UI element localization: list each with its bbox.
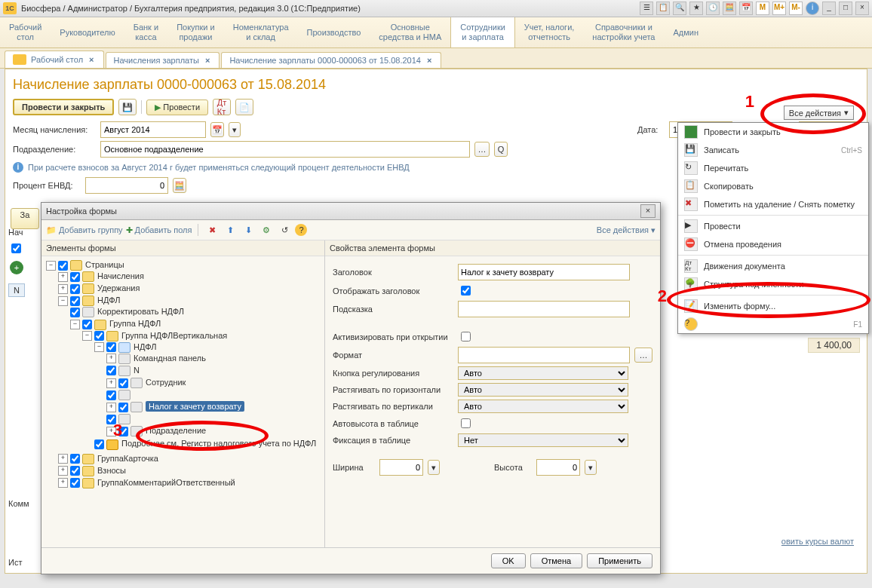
toggle-icon[interactable]: + bbox=[106, 378, 116, 388]
tree-item[interactable]: Группа НДФЛВертикальная bbox=[121, 331, 227, 340]
ok-button[interactable]: OK bbox=[491, 553, 526, 568]
menu-admin[interactable]: Админ bbox=[664, 17, 708, 47]
tb-icon[interactable]: 🧮 bbox=[723, 2, 736, 15]
menu-save[interactable]: 💾ЗаписатьCtrl+S bbox=[678, 141, 868, 159]
tab-close-icon[interactable]: × bbox=[204, 56, 211, 65]
menu-sales[interactable]: Покупки ипродажи bbox=[167, 17, 224, 47]
tree-checkbox[interactable] bbox=[106, 342, 116, 352]
props-icon[interactable]: ⚙ bbox=[259, 222, 274, 237]
tree-item[interactable]: Подразделение bbox=[146, 426, 206, 435]
tree-checkbox[interactable] bbox=[70, 284, 80, 294]
menu-employees[interactable]: Сотрудникии зарплата bbox=[450, 17, 515, 47]
tree-item[interactable]: НДФЛ bbox=[134, 342, 156, 351]
menu-structure[interactable]: 🌳Структура подчиненности bbox=[678, 275, 868, 293]
post-and-close-button[interactable]: Провести и закрыть bbox=[13, 99, 114, 115]
menu-post-close[interactable]: Провести и закрыть bbox=[678, 123, 868, 141]
tree-checkbox[interactable] bbox=[70, 454, 80, 464]
tab-desktop[interactable]: Рабочий стол× bbox=[5, 51, 104, 68]
prop-spin-select[interactable]: Авто bbox=[458, 366, 628, 380]
close-button[interactable]: × bbox=[855, 2, 869, 15]
toggle-icon[interactable]: + bbox=[58, 466, 68, 476]
toggle-icon[interactable]: − bbox=[46, 261, 56, 271]
settings-all-actions[interactable]: Все действия ▾ bbox=[597, 225, 656, 235]
menu-mark-delete[interactable]: ✖Пометить на удаление / Снять пометку bbox=[678, 195, 868, 213]
tree-checkbox[interactable] bbox=[118, 403, 128, 412]
tree-item[interactable]: Начисления bbox=[97, 271, 144, 280]
tree-item[interactable]: Группа НДФЛ bbox=[109, 319, 161, 328]
form-elements-tree[interactable]: −Страницы +Начисления +Удержания −НДФЛ К… bbox=[41, 256, 324, 547]
menu-post[interactable]: ▶Провести bbox=[678, 217, 868, 235]
all-actions-button[interactable]: Все действия ▾ bbox=[784, 106, 854, 120]
tree-checkbox[interactable] bbox=[118, 378, 128, 388]
maximize-button[interactable]: □ bbox=[839, 2, 852, 15]
tree-item[interactable]: Взносы bbox=[97, 466, 126, 475]
prop-width-input[interactable] bbox=[379, 459, 423, 476]
menu-settings[interactable]: Справочники инастройки учета bbox=[583, 17, 664, 47]
prop-stretch-h-select[interactable]: Авто bbox=[458, 383, 628, 397]
tree-checkbox[interactable] bbox=[82, 320, 92, 329]
tb-icon[interactable]: 🔍 bbox=[673, 2, 686, 15]
menu-bank[interactable]: Банк икасса bbox=[124, 17, 167, 47]
tree-checkbox[interactable] bbox=[94, 331, 104, 341]
tree-item[interactable]: Удержания bbox=[97, 283, 140, 292]
post-button[interactable]: ▶ Провести bbox=[146, 100, 208, 115]
tree-checkbox[interactable] bbox=[70, 272, 80, 282]
menu-reread[interactable]: ↻Перечитать bbox=[678, 159, 868, 177]
tree-item-selected[interactable]: Налог к зачету возврату bbox=[146, 401, 244, 412]
toggle-icon[interactable]: − bbox=[58, 296, 68, 306]
menu-unpost[interactable]: ⛔Отмена проведения bbox=[678, 235, 868, 253]
tab-close-icon[interactable]: × bbox=[425, 56, 433, 65]
cancel-button[interactable]: Отмена bbox=[530, 553, 582, 568]
prop-fix-select[interactable]: Нет bbox=[458, 433, 628, 447]
tree-checkbox[interactable] bbox=[70, 478, 80, 488]
save-icon[interactable]: 💾 bbox=[118, 99, 137, 115]
delete-icon[interactable]: ✖ bbox=[204, 222, 220, 237]
format-select-icon[interactable]: … bbox=[634, 348, 652, 363]
tree-checkbox[interactable] bbox=[70, 466, 80, 476]
prop-show-checkbox[interactable] bbox=[461, 286, 471, 296]
tab-close-icon[interactable]: × bbox=[88, 55, 95, 64]
toggle-icon[interactable]: − bbox=[82, 331, 92, 341]
tree-item[interactable]: Командная панель bbox=[134, 354, 206, 363]
menu-change-form[interactable]: 📝Изменить форму... bbox=[678, 297, 868, 315]
month-input[interactable] bbox=[100, 121, 206, 138]
spinner-icon[interactable]: ▾ bbox=[428, 460, 440, 475]
move-up-icon[interactable]: ⬆ bbox=[223, 222, 238, 237]
checkbox-item[interactable] bbox=[8, 241, 23, 256]
menu-manager[interactable]: Руководителю bbox=[51, 17, 124, 47]
help-icon[interactable]: i bbox=[806, 2, 819, 15]
tree-item[interactable]: НДФЛ bbox=[97, 296, 120, 305]
prop-header-input[interactable] bbox=[458, 264, 630, 280]
tree-item[interactable]: Страницы bbox=[85, 260, 124, 269]
tree-checkbox[interactable] bbox=[70, 296, 80, 306]
tree-item[interactable]: ГруппаКомментарийОтветственный bbox=[97, 478, 235, 487]
settings-close-icon[interactable]: × bbox=[640, 204, 656, 218]
tree-item[interactable]: ГруппаКарточка bbox=[97, 454, 158, 463]
tree-item[interactable]: Корректировать НДФЛ bbox=[97, 307, 184, 316]
tree-checkbox[interactable] bbox=[70, 308, 80, 317]
menu-help[interactable]: ?F1 bbox=[678, 315, 868, 333]
tree-checkbox[interactable] bbox=[58, 261, 68, 271]
zap-button[interactable]: За bbox=[11, 208, 39, 229]
envd-input[interactable] bbox=[85, 177, 168, 194]
tree-checkbox[interactable] bbox=[106, 366, 116, 375]
reset-icon[interactable]: ↺ bbox=[277, 222, 292, 237]
toggle-icon[interactable]: + bbox=[58, 284, 68, 294]
tree-item[interactable]: Сотрудник bbox=[146, 378, 186, 387]
tab-payroll-doc[interactable]: Начисление зарплаты 0000-000063 от 15.08… bbox=[221, 52, 441, 68]
prop-height-input[interactable] bbox=[536, 459, 580, 476]
menu-nomenclature[interactable]: Номенклатураи склад bbox=[224, 17, 298, 47]
dept-select-icon[interactable]: … bbox=[474, 142, 490, 157]
tb-icon[interactable]: ☰ bbox=[640, 2, 653, 15]
calendar-icon[interactable]: 📅 bbox=[210, 122, 224, 137]
menu-desktop[interactable]: Рабочийстол bbox=[0, 17, 51, 47]
menu-assets[interactable]: Основныесредства и НМА bbox=[370, 17, 450, 47]
report-icon[interactable]: 📄 bbox=[235, 99, 253, 115]
tree-checkbox[interactable] bbox=[106, 390, 116, 400]
toggle-icon[interactable]: + bbox=[106, 354, 116, 363]
toggle-icon[interactable]: + bbox=[106, 403, 116, 412]
spinner-icon[interactable]: ▾ bbox=[229, 122, 241, 137]
prop-hint-input[interactable] bbox=[458, 301, 630, 317]
dt-kt-icon[interactable]: ДтКт bbox=[213, 99, 231, 115]
calc-icon[interactable]: 🧮 bbox=[173, 178, 186, 193]
